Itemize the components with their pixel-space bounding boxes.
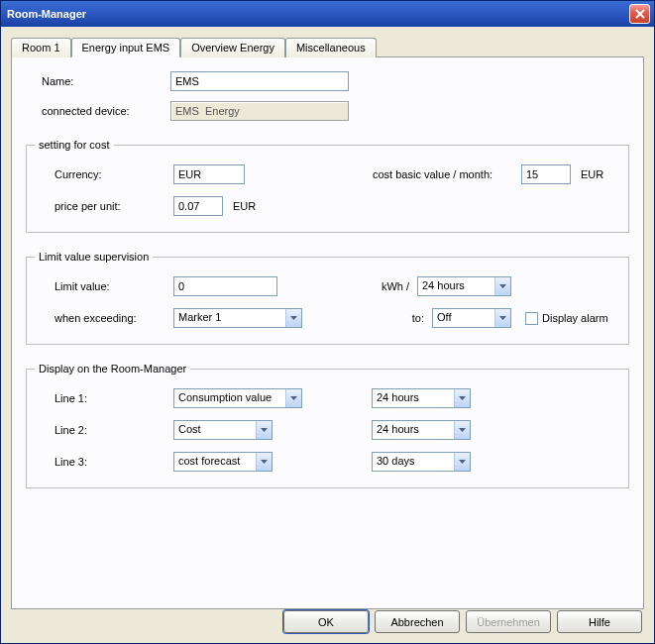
tab-miscellaneous[interactable]: Miscellaneous (285, 38, 377, 57)
group-cost-legend: setting for cost (35, 139, 114, 151)
window-title: Room-Manager (7, 8, 629, 20)
line1-right-value: 24 hours (373, 389, 454, 407)
when-exceeding-value: Marker 1 (174, 309, 285, 327)
close-icon (635, 9, 645, 19)
tab-strip: Room 1 Energy input EMS Overview Energy … (11, 37, 644, 56)
cost-basic-unit: EUR (581, 168, 620, 180)
close-button[interactable] (629, 4, 650, 24)
line2-left-value: Cost (174, 421, 256, 439)
tab-room1[interactable]: Room 1 (11, 38, 71, 57)
chevron-down-icon (494, 309, 510, 327)
dialog-button-row: OK Abbrechen Übernehmen Hilfe (283, 610, 642, 633)
line1-label: Line 1: (35, 392, 173, 404)
price-per-unit-label: price per unit: (35, 200, 173, 212)
price-per-unit-input[interactable] (173, 196, 223, 216)
line1-left-select[interactable]: Consumption value (173, 388, 302, 408)
currency-label: Currency: (35, 168, 173, 180)
group-limit-legend: Limit value supervision (35, 251, 153, 263)
line3-left-value: cost forecast (174, 453, 256, 471)
tab-overview-energy[interactable]: Overview Energy (180, 38, 285, 57)
line2-right-select[interactable]: 24 hours (372, 420, 471, 440)
title-bar: Room-Manager (1, 1, 654, 27)
line3-right-select[interactable]: 30 days (372, 452, 471, 472)
chevron-down-icon (454, 421, 470, 439)
line3-left-select[interactable]: cost forecast (173, 452, 273, 472)
price-per-unit-unit: EUR (233, 200, 256, 212)
window: Room-Manager Room 1 Energy input EMS Ove… (0, 0, 655, 644)
chevron-down-icon (256, 421, 272, 439)
connected-device-field (170, 101, 349, 121)
name-input[interactable] (170, 71, 349, 91)
tab-panel: Name: connected device: setting for cost… (11, 56, 644, 609)
client-area: Room 1 Energy input EMS Overview Energy … (1, 27, 654, 643)
line1-right-select[interactable]: 24 hours (372, 388, 471, 408)
to-value: Off (433, 309, 494, 327)
group-display-legend: Display on the Room-Manager (35, 363, 190, 375)
line3-right-value: 30 days (373, 453, 454, 471)
name-label: Name: (22, 75, 170, 87)
kwh-period-value: 24 hours (418, 277, 494, 295)
line3-label: Line 3: (35, 456, 173, 468)
cost-basic-label: cost basic value / month: (373, 168, 521, 180)
group-display-on-rm: Display on the Room-Manager Line 1: Cons… (26, 363, 629, 488)
group-limit-supervision: Limit value supervision Limit value: kWh… (26, 251, 629, 345)
chevron-down-icon (285, 389, 301, 407)
line2-label: Line 2: (35, 424, 173, 436)
limit-value-label: Limit value: (35, 280, 173, 292)
ok-button[interactable]: OK (283, 610, 369, 633)
line2-left-select[interactable]: Cost (173, 420, 273, 440)
tab-energy-input-ems[interactable]: Energy input EMS (71, 38, 181, 57)
to-label: to: (382, 312, 432, 324)
apply-button: Übernehmen (466, 610, 551, 633)
checkbox-box (525, 312, 538, 325)
line1-left-value: Consumption value (174, 389, 285, 407)
when-exceeding-label: when exceeding: (35, 312, 173, 324)
to-select[interactable]: Off (432, 308, 511, 328)
help-button[interactable]: Hilfe (557, 610, 642, 633)
chevron-down-icon (256, 453, 272, 471)
display-alarm-checkbox[interactable]: Display alarm (525, 312, 620, 325)
chevron-down-icon (454, 453, 470, 471)
chevron-down-icon (454, 389, 470, 407)
group-setting-for-cost: setting for cost Currency: cost basic va… (26, 139, 629, 233)
cost-basic-input[interactable] (521, 164, 571, 184)
kwh-per-label: kWh / (368, 280, 417, 292)
chevron-down-icon (494, 277, 510, 295)
currency-input[interactable] (173, 164, 245, 184)
cancel-button[interactable]: Abbrechen (375, 610, 460, 633)
display-alarm-label: Display alarm (542, 312, 608, 324)
kwh-period-select[interactable]: 24 hours (417, 276, 511, 296)
connected-device-label: connected device: (22, 105, 170, 117)
chevron-down-icon (285, 309, 301, 327)
when-exceeding-select[interactable]: Marker 1 (173, 308, 302, 328)
line2-right-value: 24 hours (373, 421, 454, 439)
limit-value-input[interactable] (173, 276, 277, 296)
